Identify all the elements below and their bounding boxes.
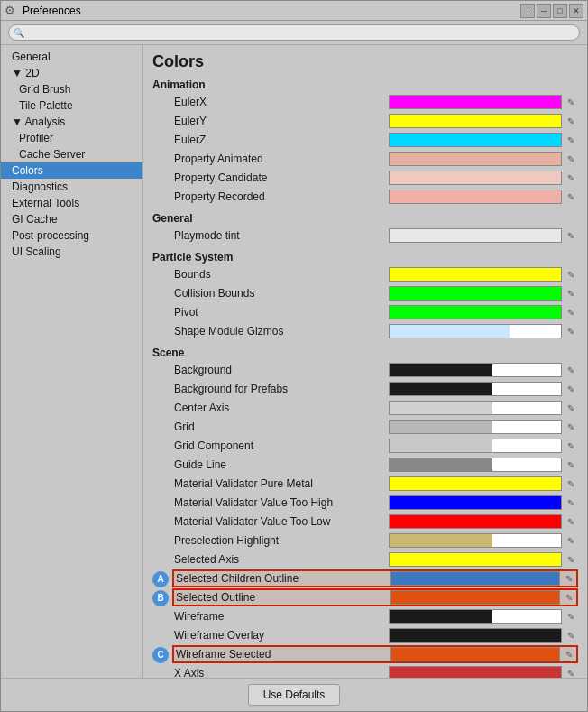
search-icon: 🔍 (14, 28, 24, 38)
titlebar: ⚙ Preferences ⋮ ─ □ ✕ (1, 1, 587, 21)
edit-icon-pivot[interactable]: ✎ (564, 305, 578, 319)
edit-icon-preselection-highlight[interactable]: ✎ (564, 533, 578, 548)
color-label-collision-bounds: Collision Bounds (172, 287, 389, 300)
color-swatch-preselection-highlight[interactable] (389, 533, 562, 548)
edit-icon-wireframe[interactable]: ✎ (564, 609, 578, 624)
color-label-material-validator-pure-metal: Material Validator Pure Metal (172, 477, 389, 490)
color-row-wireframe-overlay: Wireframe Overlay ✎ (172, 626, 578, 645)
color-swatch-collision-bounds[interactable] (389, 286, 562, 301)
sidebar-item-external-tools[interactable]: External Tools (1, 195, 142, 211)
color-swatch-wireframe[interactable] (389, 609, 562, 624)
close-button[interactable]: ✕ (569, 4, 583, 18)
color-swatch-material-validator-pure-metal[interactable] (389, 476, 562, 491)
color-swatch-shape-module-gizmos[interactable] (389, 324, 562, 338)
color-swatch-bounds[interactable] (389, 267, 562, 282)
edit-icon-material-validator-value-too-high[interactable]: ✎ (564, 495, 578, 510)
edit-icon-property-candidate[interactable]: ✎ (564, 171, 578, 185)
color-swatch-property-animated[interactable] (389, 152, 562, 166)
edit-icon-material-validator-pure-metal[interactable]: ✎ (564, 476, 578, 491)
color-label-background-for-prefabs: Background for Prefabs (172, 383, 389, 395)
sidebar-item-profiler[interactable]: Profiler (1, 130, 142, 146)
color-row-wireframe-selected: C Wireframe Selected ✎ (172, 645, 578, 664)
color-swatch-material-validator-value-too-low[interactable] (389, 514, 562, 529)
color-swatch-area-selected-axis: ✎ (389, 552, 578, 567)
edit-icon-wireframe-overlay[interactable]: ✎ (564, 628, 578, 643)
sidebar-item-general[interactable]: General (1, 49, 142, 65)
preferences-window: ⚙ Preferences ⋮ ─ □ ✕ 🔍 General ▼ 2D Gri… (0, 0, 588, 712)
edit-icon-background-for-prefabs[interactable]: ✎ (564, 382, 578, 396)
edit-icon-playmode-tint[interactable]: ✎ (564, 228, 578, 243)
color-swatch-selected-axis[interactable] (389, 552, 562, 567)
color-swatch-pivot[interactable] (389, 305, 562, 319)
more-options-button[interactable]: ⋮ (520, 4, 535, 18)
edit-icon-wireframe-selected[interactable]: ✎ (562, 647, 576, 661)
edit-icon-collision-bounds[interactable]: ✎ (564, 286, 578, 301)
color-swatch-center-axis[interactable] (389, 401, 562, 415)
color-swatch-material-validator-value-too-high[interactable] (389, 495, 562, 510)
color-swatch-background-for-prefabs[interactable] (389, 382, 562, 396)
color-swatch-area-pivot: ✎ (389, 305, 578, 319)
color-swatch-euler-y[interactable] (389, 114, 562, 128)
edit-icon-selected-children-outline[interactable]: ✎ (562, 571, 576, 586)
color-swatch-area-property-recorded: ✎ (389, 190, 578, 204)
color-swatch-background[interactable] (389, 363, 562, 377)
sidebar-item-cache-server[interactable]: Cache Server (1, 146, 142, 162)
color-swatch-grid-component[interactable] (389, 439, 562, 453)
color-swatch-property-recorded[interactable] (389, 190, 562, 204)
edit-icon-selected-axis[interactable]: ✎ (564, 552, 578, 567)
edit-icon-center-axis[interactable]: ✎ (564, 401, 578, 415)
edit-icon-euler-z[interactable]: ✎ (564, 133, 578, 147)
sidebar-item-tile-palette[interactable]: Tile Palette (1, 97, 142, 114)
sidebar-item-analysis[interactable]: ▼ Analysis (1, 114, 142, 130)
color-swatch-area-wireframe-selected: ✎ (390, 647, 576, 661)
color-label-pivot: Pivot (172, 306, 389, 319)
color-swatch-playmode-tint[interactable] (389, 228, 562, 243)
color-swatch-selected-children-outline[interactable] (390, 571, 560, 586)
color-swatch-grid[interactable] (389, 420, 562, 434)
edit-icon-grid-component[interactable]: ✎ (564, 439, 578, 453)
edit-icon-grid[interactable]: ✎ (564, 420, 578, 434)
edit-icon-material-validator-value-too-low[interactable]: ✎ (564, 514, 578, 529)
edit-icon-selected-outline[interactable]: ✎ (562, 590, 576, 605)
search-bar: 🔍 (1, 21, 587, 45)
bottom-bar: Use Defaults (1, 678, 587, 711)
color-swatch-area-bounds: ✎ (389, 267, 578, 282)
color-label-wireframe-selected: Wireframe Selected (174, 648, 390, 661)
color-swatch-x-axis[interactable] (389, 666, 562, 678)
edit-icon-property-animated[interactable]: ✎ (564, 152, 578, 166)
color-swatch-guide-line[interactable] (389, 458, 562, 472)
sidebar-item-colors[interactable]: Colors (1, 162, 142, 179)
color-row-material-validator-pure-metal: Material Validator Pure Metal ✎ (172, 475, 578, 494)
color-swatch-area-material-validator-value-too-low: ✎ (389, 514, 578, 529)
edit-icon-euler-x[interactable]: ✎ (564, 95, 578, 109)
sidebar-item-grid-brush[interactable]: Grid Brush (1, 81, 142, 97)
color-swatch-euler-z[interactable] (389, 133, 562, 147)
edit-icon-background[interactable]: ✎ (564, 363, 578, 377)
color-swatch-wireframe-selected[interactable] (390, 647, 560, 661)
window-controls: ⋮ ─ □ ✕ (520, 4, 583, 18)
sidebar-item-2d[interactable]: ▼ 2D (1, 65, 142, 81)
color-swatch-property-candidate[interactable] (389, 171, 562, 185)
sidebar-item-post-processing[interactable]: Post-processing (1, 227, 142, 244)
edit-icon-bounds[interactable]: ✎ (564, 267, 578, 282)
edit-icon-guide-line[interactable]: ✎ (564, 458, 578, 472)
use-defaults-button[interactable]: Use Defaults (248, 684, 341, 706)
edit-icon-euler-y[interactable]: ✎ (564, 114, 578, 128)
edit-icon-shape-module-gizmos[interactable]: ✎ (564, 324, 578, 338)
color-swatch-area-grid: ✎ (389, 420, 578, 434)
color-swatch-euler-x[interactable] (389, 95, 562, 109)
edit-icon-x-axis[interactable]: ✎ (564, 666, 578, 678)
sidebar-item-ui-scaling[interactable]: UI Scaling (1, 244, 142, 260)
sidebar-item-diagnostics[interactable]: Diagnostics (1, 179, 142, 195)
color-swatch-selected-outline[interactable] (390, 590, 560, 605)
edit-icon-property-recorded[interactable]: ✎ (564, 190, 578, 204)
color-label-preselection-highlight: Preselection Highlight (172, 534, 389, 547)
minimize-button[interactable]: ─ (537, 4, 551, 18)
search-input[interactable] (8, 24, 580, 41)
color-swatch-wireframe-overlay[interactable] (389, 628, 562, 643)
color-label-euler-y: EulerY (172, 115, 389, 127)
sidebar-item-gi-cache[interactable]: GI Cache (1, 211, 142, 227)
maximize-button[interactable]: □ (553, 4, 567, 18)
section-header-general: General (152, 212, 578, 225)
color-label-center-axis: Center Axis (172, 402, 389, 414)
